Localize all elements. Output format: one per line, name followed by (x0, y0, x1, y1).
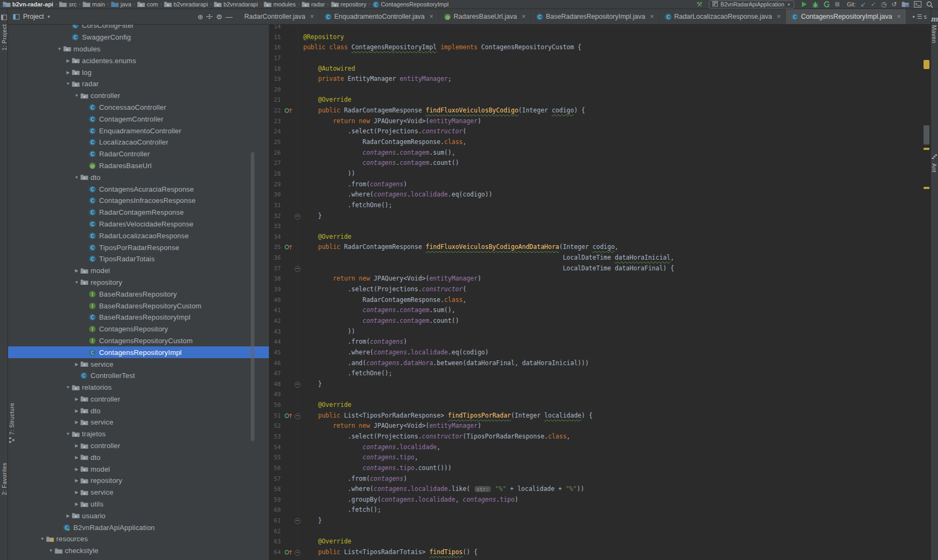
editor-tab-enquadramentocontroller-java[interactable]: CEnquadramentoController.java× (319, 9, 439, 24)
breadcrumb-item[interactable]: main (82, 1, 105, 7)
tree-item-contagensacuraciaresponse[interactable]: ▶CContagensAcuraciaResponse (8, 183, 269, 195)
tree-item-acidentes-enums[interactable]: ▶acidentes.enums (8, 55, 269, 66)
chevron-expanded-icon[interactable]: ▼ (73, 93, 80, 98)
tree-item-service[interactable]: ▶service (8, 358, 269, 370)
tree-item-radarcontagemresponse[interactable]: ▶CRadarContagemResponse (8, 207, 269, 218)
chevron-collapsed-icon[interactable]: ▶ (64, 513, 72, 518)
fold-marker-icon[interactable]: − (295, 382, 301, 388)
breadcrumb-item[interactable]: modules (264, 1, 296, 7)
tree-item-controller[interactable]: ▶controller (8, 440, 269, 452)
editor-tab-baseradaresrepositoryimpl-java[interactable]: CBaseRadaresRepositoryImpl.java× (531, 9, 659, 24)
tree-item-dto[interactable]: ▶dto (8, 405, 269, 417)
hide-panel-icon[interactable]: — (226, 13, 232, 20)
chevron-collapsed-icon[interactable]: ▶ (73, 478, 80, 483)
vcs-commit-icon[interactable]: ✓ (871, 1, 876, 7)
tree-item-baseradaresrepositoryimpl[interactable]: ▶CBaseRadaresRepositoryImpl (8, 312, 269, 323)
terminal-icon[interactable] (914, 1, 921, 7)
locate-file-icon[interactable]: ⊕ (197, 13, 203, 20)
tree-item-contagensrepositoryimpl[interactable]: ▶CContagensRepositoryImpl (8, 346, 269, 358)
tree-item-model[interactable]: ▶model (8, 463, 269, 475)
tree-item-enquadramentocontroller[interactable]: ▶CEnquadramentoController (8, 125, 269, 137)
fold-marker-icon[interactable]: − (295, 550, 301, 556)
editor-error-stripe[interactable] (922, 25, 931, 560)
chevron-collapsed-icon[interactable]: ▶ (73, 397, 80, 402)
inspection-status-warning-badge[interactable] (924, 60, 929, 69)
chevron-collapsed-icon[interactable]: ▶ (73, 502, 80, 506)
fold-marker-icon[interactable]: − (295, 214, 301, 220)
tool-window-button-maven[interactable]: m Maven (931, 16, 938, 43)
overrides-method-icon[interactable] (284, 412, 293, 419)
overrides-method-icon[interactable] (284, 107, 293, 114)
chevron-collapsed-icon[interactable]: ▶ (73, 362, 80, 367)
tree-item-controller[interactable]: ▼controller (8, 90, 269, 102)
chevron-expanded-icon[interactable]: ▼ (73, 280, 80, 285)
search-everywhere-icon[interactable] (926, 1, 933, 8)
history-icon[interactable]: ◷ (881, 1, 886, 7)
rollback-icon[interactable]: ↺ (891, 1, 897, 7)
tree-item-usuario[interactable]: ▶usuario (8, 510, 269, 521)
chevron-expanded-icon[interactable]: ▼ (64, 81, 72, 86)
chevron-collapsed-icon[interactable]: ▶ (73, 420, 80, 425)
tree-item-contagemcontroller[interactable]: ▶CContagemController (8, 113, 269, 125)
chevron-collapsed-icon[interactable]: ▶ (73, 467, 80, 472)
chevron-collapsed-icon[interactable]: ▶ (73, 490, 80, 495)
tool-window-button-structure[interactable]: 7: Structure (7, 403, 16, 444)
breadcrumb-item[interactable]: radar (302, 1, 325, 7)
chevron-collapsed-icon[interactable]: ▶ (64, 58, 72, 63)
fold-marker-icon[interactable]: − (295, 266, 301, 272)
tree-item-utils[interactable]: ▶utils (8, 498, 269, 510)
chevron-expanded-icon[interactable]: ▼ (64, 385, 72, 390)
coverage-button[interactable] (823, 1, 830, 7)
chevron-expanded-icon[interactable]: ▼ (47, 548, 55, 553)
tree-item-repository[interactable]: ▶repository (8, 475, 269, 487)
chevron-expanded-icon[interactable]: ▼ (56, 47, 63, 51)
remote-host-icon[interactable] (902, 1, 909, 7)
chevron-expanded-icon[interactable]: ▼ (39, 536, 46, 541)
close-icon[interactable]: × (522, 13, 526, 20)
warning-mark[interactable] (924, 187, 929, 189)
tree-item-service[interactable]: ▶service (8, 487, 269, 498)
tool-window-button-ant[interactable]: Ant (931, 154, 938, 172)
tree-item-modules[interactable]: ▼modules (8, 43, 269, 55)
debug-button[interactable] (812, 1, 819, 8)
chevron-collapsed-icon[interactable]: ▶ (73, 443, 80, 448)
chevron-expanded-icon[interactable]: ▼ (64, 432, 72, 436)
close-icon[interactable]: × (777, 13, 781, 20)
editor-scrollbar-thumb[interactable] (924, 125, 929, 145)
hidden-tabs-button[interactable]: ▼ ☰ 5 (912, 9, 931, 24)
tree-item-radarcontroller[interactable]: ▶CRadarController (8, 148, 269, 160)
tree-item-radaresbaseurl[interactable]: ▶@RadaresBaseUrl (8, 160, 269, 172)
gear-icon[interactable]: ⚙ (216, 13, 222, 20)
tree-item-concessaocontroller[interactable]: ▶CConcessaoController (8, 102, 269, 113)
chevron-collapsed-icon[interactable]: ▶ (64, 70, 72, 75)
run-configuration-select[interactable]: B2vnRadarApiApplication ▼ (709, 1, 794, 9)
tree-item-relatorios[interactable]: ▼relatorios (8, 382, 269, 393)
tool-window-button-project[interactable]: 1: Project (0, 14, 8, 50)
tree-item-dto[interactable]: ▶dto (8, 451, 269, 463)
project-panel-title[interactable]: Project (23, 13, 44, 20)
tree-item-tiposradartotais[interactable]: ▶CTiposRadarTotais (8, 253, 269, 265)
breadcrumb-item[interactable]: src (59, 1, 77, 7)
vcs-update-icon[interactable]: ↙ (860, 1, 866, 7)
tree-item-trajetos[interactable]: ▼trajetos (8, 428, 269, 440)
breadcrumb-item[interactable]: java (111, 1, 131, 7)
tree-item-tiposporradarresponse[interactable]: ▶CTiposPorRadarResponse (8, 241, 269, 253)
close-icon[interactable]: × (430, 13, 433, 20)
editor-tab-radaresbaseurl-java[interactable]: @RadaresBaseUrl.java× (439, 9, 531, 24)
tree-item-controller[interactable]: ▶controller (8, 393, 269, 405)
close-icon[interactable]: × (897, 13, 901, 20)
collapse-all-icon[interactable] (206, 13, 213, 20)
overrides-method-icon[interactable] (284, 549, 293, 556)
tree-item-model[interactable]: ▶model (8, 265, 269, 277)
tree-item-radarlocalizacaoresponse[interactable]: ▶CRadarLocalizacaoResponse (8, 230, 269, 241)
tree-item-service[interactable]: ▶service (8, 417, 269, 428)
tree-item-swaggerconfig[interactable]: ▶CSwaggerConfig (8, 32, 269, 43)
tree-item-resources[interactable]: ▼resources (8, 533, 269, 545)
tool-window-button-favorites[interactable]: 2: Favorites (0, 463, 8, 495)
tree-item-controllertest[interactable]: ▶CControllerTest (8, 370, 269, 382)
tree-item-repository[interactable]: ▼repository (8, 277, 269, 289)
tree-item-contagensrepository[interactable]: ▶IContagensRepository (8, 323, 269, 335)
tree-item-baseradaresrepository[interactable]: ▶IBaseRadaresRepository (8, 288, 269, 300)
breadcrumb-item[interactable]: CContagensRepositoryImpl (372, 1, 449, 8)
breadcrumb-item[interactable]: repository (331, 1, 366, 7)
